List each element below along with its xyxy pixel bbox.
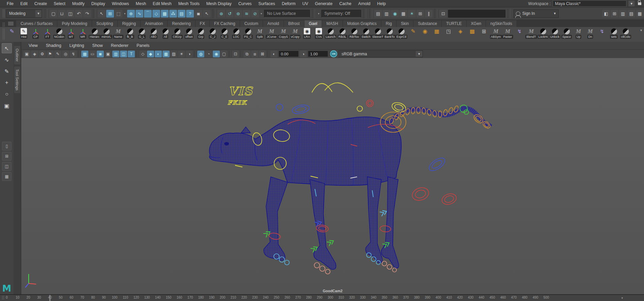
shelf-button-offset[interactable]: offset bbox=[183, 27, 195, 39]
menu-edit[interactable]: Edit bbox=[17, 1, 31, 6]
time-slider-arrow-icon[interactable]: ▾ bbox=[621, 296, 623, 300]
rig-ellipse-control[interactable] bbox=[252, 132, 263, 146]
rig-circle-control[interactable] bbox=[285, 260, 289, 265]
gamma-field[interactable]: 1.00 bbox=[308, 51, 328, 57]
xray-icon[interactable]: ⧉ bbox=[243, 51, 251, 57]
rig-circle-control[interactable] bbox=[460, 105, 467, 112]
shelf-tab-fx[interactable]: FX bbox=[196, 20, 210, 27]
shelf-button-mt[interactable]: MT bbox=[65, 27, 77, 39]
ambient-occlusion-icon[interactable]: ◍ bbox=[197, 51, 204, 57]
menu-mesh[interactable]: Mesh bbox=[133, 1, 150, 6]
color-management-toggle[interactable]: ON bbox=[330, 50, 337, 57]
select-hierarchy-icon[interactable]: ↖ bbox=[98, 10, 106, 18]
time-slider-handle[interactable] bbox=[2, 296, 4, 300]
backface-icon[interactable]: ⊠ bbox=[259, 51, 266, 57]
rig-ellipse-control[interactable] bbox=[443, 109, 448, 116]
scale-tool[interactable]: ▣ bbox=[2, 101, 12, 111]
rig-ellipse-control[interactable] bbox=[453, 105, 459, 113]
rig-tick-control[interactable] bbox=[351, 144, 357, 146]
snap-region-icon[interactable]: ◎ bbox=[62, 51, 69, 57]
shelf-button-space[interactable]: Space bbox=[561, 27, 573, 39]
shelf-button-wand[interactable]: ↯ bbox=[596, 27, 608, 39]
layout-outliner-persp[interactable]: ▦ bbox=[2, 172, 11, 181]
move-tool[interactable]: + bbox=[2, 78, 12, 88]
rig-ellipse-control[interactable] bbox=[438, 111, 442, 117]
rig-ellipse-control[interactable] bbox=[417, 107, 420, 114]
rig-circle-control[interactable] bbox=[371, 257, 376, 262]
menu-curves[interactable]: Curves bbox=[235, 1, 255, 6]
menu-surfaces[interactable]: Surfaces bbox=[255, 1, 278, 6]
shelf-button-mr[interactable]: MR bbox=[77, 27, 89, 39]
shelf-button-c-e[interactable]: C_E bbox=[218, 27, 230, 39]
shelf-button-split[interactable]: MSplit bbox=[254, 27, 266, 39]
pick-wand-icon[interactable]: ↯ bbox=[70, 51, 77, 57]
camera-icon[interactable]: ▣ bbox=[23, 51, 30, 57]
rig-ellipse-control[interactable] bbox=[411, 107, 415, 114]
shelf-button-up[interactable]: MUp bbox=[573, 27, 584, 39]
shelf-button-ps-c[interactable]: PS_C bbox=[242, 27, 254, 39]
history-input-icon[interactable]: ⊛ bbox=[217, 10, 225, 18]
rig-curve-control[interactable] bbox=[288, 120, 315, 124]
highlight-selection-icon[interactable]: ↖ bbox=[203, 10, 211, 18]
rig-arrow-control[interactable] bbox=[311, 245, 318, 253]
menu-set-selector[interactable]: Modeling▼ bbox=[6, 9, 42, 18]
shelf-button-jcurve[interactable]: MJCurve bbox=[266, 27, 277, 39]
rig-ellipse-control[interactable] bbox=[389, 117, 394, 125]
sign-in-button[interactable]: Sign In▼ bbox=[514, 9, 559, 18]
shadows-icon[interactable]: ◑ bbox=[186, 51, 193, 57]
rig-circle-control[interactable] bbox=[320, 266, 325, 271]
rig-tick-control[interactable] bbox=[235, 165, 242, 167]
rig-text-annotation[interactable]: VIS bbox=[228, 84, 253, 98]
shelf-button-allo[interactable]: AllO bbox=[148, 27, 159, 39]
rig-circle-control[interactable] bbox=[367, 253, 371, 257]
rig-circle-control[interactable] bbox=[357, 106, 362, 111]
side-tab-outliner[interactable]: Outliner bbox=[14, 46, 20, 64]
shaded-icon[interactable]: ◆ bbox=[147, 51, 154, 57]
exposure-icon[interactable]: ◐ bbox=[270, 51, 277, 57]
viewport-menu-show[interactable]: Show bbox=[88, 43, 107, 48]
menu-cache[interactable]: Cache bbox=[336, 1, 355, 6]
workspace-lock-icon[interactable] bbox=[638, 2, 641, 5]
rig-ellipse-control-inner[interactable] bbox=[414, 189, 427, 199]
shelf-tab-gael[interactable]: Gael bbox=[304, 20, 322, 27]
shelf-button-all[interactable]: All bbox=[159, 27, 171, 39]
menu-edit-mesh[interactable]: Edit Mesh bbox=[149, 1, 175, 6]
rig-ellipse-control[interactable] bbox=[399, 110, 405, 117]
field-chart-icon[interactable]: ▥ bbox=[112, 51, 119, 57]
shelf-tab-poly-modeling[interactable]: Poly Modeling bbox=[57, 20, 92, 27]
shelf-button-bankto[interactable]: BankTo bbox=[384, 27, 396, 39]
shelf-button-ngskin[interactable]: NGskin bbox=[53, 27, 65, 39]
shelf-button-name[interactable]: MName bbox=[112, 27, 124, 39]
shelf-tab-curves-surfaces[interactable]: Curves / Surfaces bbox=[16, 20, 57, 27]
shelf-tab-rendering[interactable]: Rendering bbox=[168, 20, 195, 27]
isolate-select-icon[interactable]: ⊡ bbox=[232, 51, 239, 57]
shelf-button-lockhi[interactable]: LockHi bbox=[537, 27, 549, 39]
rig-circle-control[interactable] bbox=[314, 263, 320, 268]
layout-single-pane[interactable]: ▯ bbox=[2, 142, 11, 150]
menu-modify[interactable]: Modify bbox=[69, 1, 88, 6]
rig-circle-control[interactable] bbox=[274, 254, 279, 259]
shelf-button-loc[interactable]: LOC bbox=[230, 27, 242, 39]
pause-viewport-icon[interactable]: ∥ bbox=[425, 10, 433, 18]
rig-tick-control[interactable] bbox=[25, 283, 29, 288]
help-line-icon[interactable]: ? bbox=[186, 10, 194, 18]
shelf-tab-substance[interactable]: Substance bbox=[413, 20, 442, 27]
rig-ellipse-control[interactable] bbox=[427, 156, 447, 173]
light-editor-icon[interactable]: ☀ bbox=[408, 10, 416, 18]
shelf-tab-animation[interactable]: Animation bbox=[141, 20, 168, 27]
shelf-button-grp[interactable]: Grp bbox=[195, 27, 207, 39]
rig-circle-control[interactable] bbox=[387, 265, 392, 269]
shelf-button-diamonds-orange[interactable]: ◈ bbox=[455, 27, 466, 39]
render-settings-icon[interactable]: ⊞ bbox=[416, 10, 424, 18]
shelf-button-pencil-orange[interactable]: ✎ bbox=[407, 27, 419, 39]
camera-lock-icon[interactable]: ◈ bbox=[31, 51, 38, 57]
shelf-tab-sculpting[interactable]: Sculpting bbox=[92, 20, 118, 27]
shelf-button-unlock[interactable]: Unlock bbox=[549, 27, 561, 39]
shelf-button-ctlcolo[interactable]: ctlColo bbox=[620, 27, 632, 39]
expand-arrow-icon[interactable]: ▾ bbox=[123, 10, 127, 18]
rig-circle-control[interactable] bbox=[392, 268, 397, 272]
shelf-overflow-arrow-icon[interactable]: ▾ bbox=[640, 27, 644, 32]
construction-history-icon[interactable]: ⊚ bbox=[234, 10, 242, 18]
rig-curve-control[interactable] bbox=[368, 124, 403, 130]
symmetry-field[interactable]: Symmetry: Off bbox=[321, 10, 361, 18]
